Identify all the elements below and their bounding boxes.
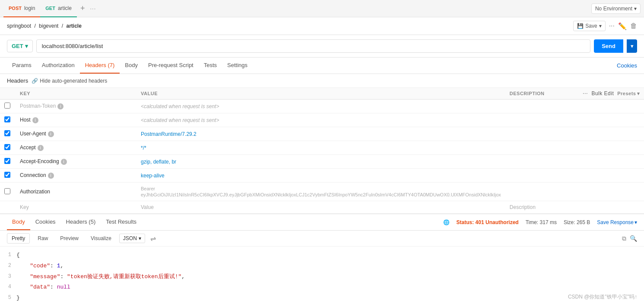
tab-overflow-button[interactable]: ··· — [88, 5, 98, 12]
row-description — [505, 155, 644, 169]
row-checkbox[interactable] — [4, 144, 10, 150]
method-selector[interactable]: GET ▾ — [7, 40, 33, 52]
tab-body[interactable]: Body — [120, 58, 143, 74]
table-row: Postman-Tokeni<calculated when request i… — [0, 100, 644, 113]
breadcrumb-part-1[interactable]: springboot — [7, 23, 31, 29]
row-checkbox[interactable] — [4, 188, 10, 194]
format-bar-right: ⧉ 🔍 — [622, 235, 637, 242]
info-icon[interactable]: i — [38, 145, 44, 151]
status-badge: Status: 401 Unauthorized — [457, 219, 519, 225]
row-checkbox[interactable] — [4, 103, 10, 109]
breadcrumb-part-3[interactable]: article — [66, 23, 81, 29]
globe-icon: 🌐 — [443, 219, 450, 225]
copy-icon[interactable]: ⧉ — [622, 235, 626, 242]
row-checkbox[interactable] — [4, 130, 10, 136]
tab-post-login[interactable]: POST login — [3, 0, 40, 17]
code-line: 4 "data": null — [0, 282, 644, 293]
row-checkbox[interactable] — [4, 158, 10, 164]
tab-settings[interactable]: Settings — [222, 58, 253, 74]
bulk-edit-button[interactable]: Bulk Edit — [591, 90, 614, 96]
send-dropdown-button[interactable]: ▾ — [627, 39, 637, 53]
environment-label: No Environment — [595, 6, 632, 12]
row-description — [505, 113, 644, 127]
method-chevron-icon: ▾ — [25, 43, 28, 49]
tab-headers[interactable]: Headers (7) — [80, 58, 120, 74]
format-tab-pretty[interactable]: Pretty — [7, 233, 30, 244]
row-key: Key — [16, 201, 136, 214]
table-row: Connectionikeep-alive — [0, 169, 644, 183]
format-selector[interactable]: JSON ▾ — [119, 234, 145, 243]
breadcrumb-part-2[interactable]: bigevent — [39, 23, 58, 29]
format-tab-preview[interactable]: Preview — [56, 234, 83, 243]
table-row: KeyValueDescription — [0, 201, 644, 214]
response-body-code: 1{2 "code": 1,3 "message": "token验证失败,请重… — [0, 247, 644, 305]
response-section: Body Cookies Headers (5) Test Results 🌐 … — [0, 214, 644, 305]
save-response-button[interactable]: Save Response ▾ — [597, 219, 637, 225]
table-row: User-AgentiPostmanRuntime/7.29.2 — [0, 127, 644, 141]
row-description — [505, 127, 644, 141]
info-icon[interactable]: i — [61, 159, 67, 165]
watermark: CSDN @你知道"铁甲小宝"吗↑ — [568, 293, 637, 301]
add-tab-button[interactable]: + — [77, 4, 89, 13]
tab-authorization[interactable]: Authorization — [37, 58, 80, 74]
send-button[interactable]: Send — [594, 39, 623, 53]
tab-params[interactable]: Params — [7, 58, 37, 74]
presets-label: Presets — [617, 91, 636, 96]
request-tabs: Params Authorization Headers (7) Body Pr… — [0, 58, 644, 74]
format-tab-visualize[interactable]: Visualize — [86, 234, 116, 243]
tab-method-post: POST — [9, 6, 22, 11]
info-icon[interactable]: i — [48, 173, 54, 179]
headers-table-container: KEY VALUE DESCRIPTION ··· Bulk Edit Pres… — [0, 88, 644, 214]
presets-chevron-icon: ▾ — [637, 91, 640, 96]
wrap-button[interactable]: ⇌ — [150, 234, 156, 243]
save-response-label: Save Response — [597, 219, 634, 225]
headers-rows: Postman-Tokeni<calculated when request i… — [0, 100, 644, 214]
trash-icon[interactable]: 🗑 — [630, 22, 637, 30]
row-checkbox[interactable] — [4, 172, 10, 178]
row-key: Accept-Encodingi — [16, 155, 136, 169]
response-format-bar: Pretty Raw Preview Visualize JSON ▾ ⇌ ⧉ … — [0, 231, 644, 247]
save-chevron-icon: ▾ — [599, 23, 602, 29]
row-description — [505, 141, 644, 155]
save-label: Save — [585, 23, 597, 29]
tab-get-article[interactable]: GET article — [40, 0, 77, 17]
info-icon[interactable]: i — [48, 131, 54, 137]
tab-method-get: GET — [45, 6, 55, 11]
row-value: gzip, deflate, br — [136, 155, 505, 169]
row-value: keep-alive — [136, 169, 505, 183]
table-dots[interactable]: ··· — [583, 91, 588, 96]
row-key: Authorization — [16, 183, 136, 201]
row-value: Bearer eyJhbGciOiJIUzI1NiIsInR5cCI6IkpXV… — [136, 183, 505, 201]
row-description — [505, 183, 644, 201]
headers-label: Headers — [7, 77, 28, 84]
resp-tab-cookies[interactable]: Cookies — [30, 214, 61, 230]
environment-selector[interactable]: No Environment ▾ — [591, 3, 641, 14]
save-response-chevron-icon: ▾ — [634, 219, 637, 225]
info-icon[interactable]: i — [32, 117, 38, 123]
row-key: User-Agenti — [16, 127, 136, 141]
format-tab-raw[interactable]: Raw — [33, 234, 52, 243]
search-icon[interactable]: 🔍 — [630, 235, 637, 242]
row-key: Postman-Tokeni — [16, 100, 136, 113]
hide-auto-headers-button[interactable]: 🔗 Hide auto-generated headers — [32, 78, 107, 84]
code-line: 5} — [0, 293, 644, 304]
resp-tab-body[interactable]: Body — [7, 214, 30, 230]
edit-icon[interactable]: ✏️ — [618, 22, 627, 30]
tab-pre-request[interactable]: Pre-request Script — [143, 58, 199, 74]
cookies-link[interactable]: Cookies — [617, 58, 637, 73]
info-icon[interactable]: i — [57, 103, 63, 109]
row-value: */* — [136, 141, 505, 155]
row-description — [505, 169, 644, 183]
row-checkbox[interactable] — [4, 116, 10, 122]
resp-tab-test-results[interactable]: Test Results — [101, 214, 142, 230]
tab-tests[interactable]: Tests — [199, 58, 222, 74]
save-button[interactable]: 💾 Save ▾ — [573, 21, 605, 31]
presets-dropdown[interactable]: Presets ▾ — [617, 91, 640, 96]
toolbar-dots[interactable]: ··· — [609, 22, 615, 30]
tab-bar: POST login GET article + ··· No Environm… — [0, 0, 644, 17]
row-value: PostmanRuntime/7.29.2 — [136, 127, 505, 141]
url-input[interactable] — [36, 39, 590, 53]
code-line: 2 "code": 1, — [0, 261, 644, 272]
code-line: 3 "message": "token验证失败,请重新获取token后重试!", — [0, 272, 644, 283]
resp-tab-headers[interactable]: Headers (5) — [61, 214, 101, 230]
